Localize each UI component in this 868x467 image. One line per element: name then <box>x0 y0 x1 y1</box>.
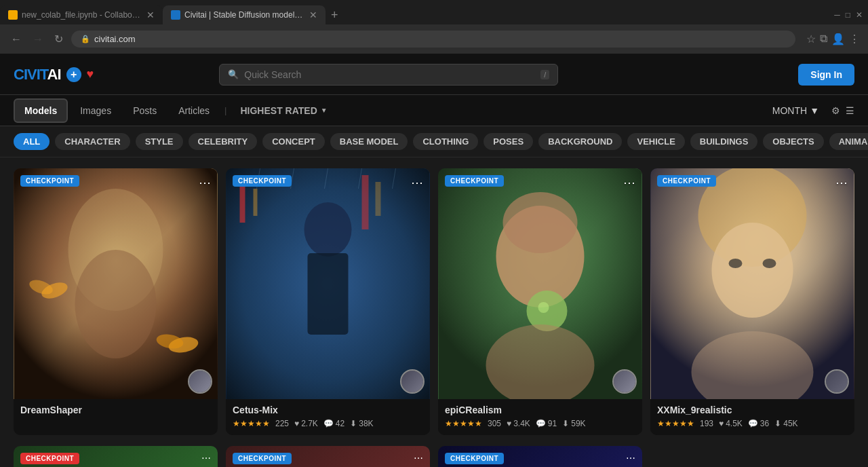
svg-point-22 <box>503 192 578 253</box>
model-card-xxmix[interactable]: CHECKPOINT ⋯ <box>650 168 854 435</box>
filter-icon[interactable]: ⚙ <box>831 105 840 116</box>
download-icon-3: ⬇ <box>562 419 569 428</box>
model-card-cetusmix[interactable]: CHECKPOINT ⋯ <box>226 168 430 435</box>
tab-civitai[interactable]: Civitai | Stable Diffusion models... ✕ <box>163 5 326 24</box>
header-right: Sign In <box>798 64 854 86</box>
heart-icon-3: ♥ <box>507 419 511 428</box>
profile-icon[interactable]: 👤 <box>831 33 845 45</box>
card-downloads-3: ⬇ 59K <box>562 419 585 428</box>
bottom-menu-1[interactable]: ⋯ <box>201 453 211 464</box>
layout-icon[interactable]: ☰ <box>846 105 854 116</box>
close-window-icon[interactable]: ✕ <box>856 10 863 20</box>
tab-civitai-label: Civitai | Stable Diffusion models... <box>184 10 305 20</box>
search-icon: 🔍 <box>228 69 239 79</box>
logo-heart-icon[interactable]: ♥ <box>87 67 94 81</box>
nav-posts[interactable]: Posts <box>123 100 166 122</box>
bottom-card-1[interactable]: CHECKPOINT ⋯ <box>14 446 218 467</box>
slash-hint: / <box>540 70 549 79</box>
minimize-icon[interactable]: ─ <box>834 10 840 20</box>
search-input[interactable] <box>244 69 535 80</box>
bottom-card-3[interactable]: CHECKPOINT ⋯ <box>438 446 642 467</box>
nav-images[interactable]: Images <box>71 100 121 122</box>
cat-buildings[interactable]: BUILDINGS <box>690 133 758 150</box>
refresh-button[interactable]: ↻ <box>52 30 66 48</box>
extensions-icon[interactable]: ⧉ <box>820 33 827 45</box>
tab-bar: new_colab_file.ipynb - Collabora... ✕ Ci… <box>0 0 868 24</box>
cat-animal[interactable]: ANIMAL <box>829 133 868 150</box>
cat-celebrity[interactable]: CELEBRITY <box>189 133 258 150</box>
card-menu-3[interactable]: ⋯ <box>623 175 635 190</box>
cat-character[interactable]: CHARACTER <box>55 133 130 150</box>
svg-point-29 <box>729 259 743 268</box>
card-avatar-2 <box>400 369 425 394</box>
nav-divider: | <box>224 105 226 115</box>
logo[interactable]: CIVITAI + ♥ <box>14 66 94 83</box>
search-input-wrap[interactable]: 🔍 / <box>219 64 558 86</box>
comment-icon-3: 💬 <box>536 419 546 428</box>
cat-base-model[interactable]: BASE MODEL <box>330 133 408 150</box>
heart-icon-4: ♥ <box>719 419 724 428</box>
card-title-2: Cetus-Mix <box>233 405 423 415</box>
card-stars-3: ★★★★★ <box>445 419 482 428</box>
cat-vehicle[interactable]: VEHICLE <box>627 133 684 150</box>
model-card-dreamshaper[interactable]: CHECKPOINT ⋯ <box>14 168 218 435</box>
bottom-card-2[interactable]: CHECKPOINT ⋯ <box>226 446 430 467</box>
main-nav: Models Images Posts Articles | HIGHEST R… <box>0 95 868 126</box>
tab-civitai-close[interactable]: ✕ <box>309 10 317 20</box>
svg-point-13 <box>304 202 352 257</box>
cat-poses[interactable]: POSES <box>484 133 533 150</box>
svg-point-30 <box>763 259 776 268</box>
bookmark-icon[interactable]: ☆ <box>806 33 816 45</box>
card-badge-1: CHECKPOINT <box>20 175 79 187</box>
svg-point-24 <box>538 302 549 313</box>
sort-label: HIGHEST RATED <box>240 105 317 116</box>
svg-rect-10 <box>254 189 258 216</box>
model-gallery: CHECKPOINT ⋯ <box>0 157 868 446</box>
forward-button[interactable]: → <box>30 31 46 48</box>
tab-colab-close[interactable]: ✕ <box>146 10 155 20</box>
nav-articles[interactable]: Articles <box>169 100 219 122</box>
tab-colab[interactable]: new_colab_file.ipynb - Collabora... ✕ <box>0 5 163 24</box>
card-rating-2: 225 <box>275 419 289 428</box>
card-menu-1[interactable]: ⋯ <box>199 175 211 190</box>
maximize-icon[interactable]: □ <box>846 10 850 20</box>
card-rating-3: 305 <box>488 419 501 428</box>
card-badge-4: CHECKPOINT <box>657 175 716 187</box>
address-input[interactable]: 🔒 civitai.com <box>71 31 795 48</box>
card-title-3: epiCRealism <box>445 405 635 415</box>
card-menu-2[interactable]: ⋯ <box>411 175 423 190</box>
colab-favicon <box>8 10 18 20</box>
card-likes-4: ♥ 4.5K <box>719 419 743 428</box>
card-footer-3: epiCRealism ★★★★★ 305 ♥ 3.4K 💬 91 ⬇ 59K <box>438 399 642 435</box>
cat-all[interactable]: ALL <box>14 133 50 150</box>
cat-clothing[interactable]: CLOTHING <box>413 133 478 150</box>
logo-plus-button[interactable]: + <box>66 67 81 82</box>
svg-rect-12 <box>376 182 381 216</box>
browser-actions: ☆ ⧉ 👤 ⋮ <box>806 33 860 45</box>
cat-concept[interactable]: CONCEPT <box>262 133 325 150</box>
card-stats-3: ★★★★★ 305 ♥ 3.4K 💬 91 ⬇ 59K <box>445 419 635 428</box>
nav-models[interactable]: Models <box>14 98 68 123</box>
address-bar: ← → ↻ 🔒 civitai.com ☆ ⧉ 👤 ⋮ <box>0 24 868 54</box>
cat-objects[interactable]: OBJECTS <box>763 133 823 150</box>
bottom-menu-2[interactable]: ⋯ <box>414 453 423 464</box>
period-dropdown[interactable]: MONTH ▼ <box>766 101 826 120</box>
sort-dropdown[interactable]: HIGHEST RATED ▼ <box>232 100 335 122</box>
cat-background[interactable]: BACKGROUND <box>538 133 622 150</box>
svg-point-28 <box>712 223 793 318</box>
bottom-menu-3[interactable]: ⋯ <box>626 453 635 464</box>
sign-in-button[interactable]: Sign In <box>798 64 854 86</box>
period-label: MONTH <box>772 105 807 116</box>
card-menu-4[interactable]: ⋯ <box>835 175 848 190</box>
menu-icon[interactable]: ⋮ <box>849 33 860 45</box>
card-badge-3: CHECKPOINT <box>445 175 504 187</box>
card-footer-2: Cetus-Mix ★★★★★ 225 ♥ 2.7K 💬 42 ⬇ 38K <box>226 399 430 435</box>
cat-style[interactable]: STYLE <box>136 133 183 150</box>
new-tab-button[interactable]: + <box>326 8 344 22</box>
card-likes-2: ♥ 2.7K <box>294 419 318 428</box>
back-button[interactable]: ← <box>8 31 24 48</box>
model-card-epicrealism[interactable]: CHECKPOINT ⋯ <box>438 168 642 435</box>
card-title-4: XXMix_9realistic <box>657 405 848 415</box>
card-image-2 <box>226 168 430 399</box>
card-comments-2: 💬 42 <box>323 419 344 428</box>
